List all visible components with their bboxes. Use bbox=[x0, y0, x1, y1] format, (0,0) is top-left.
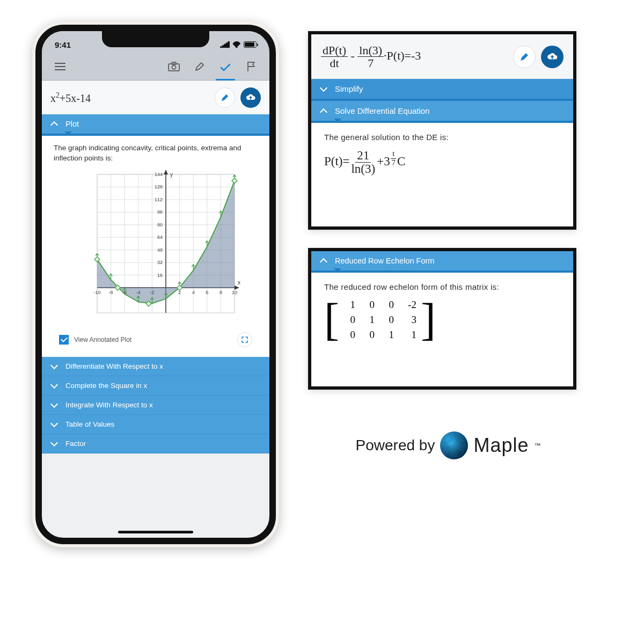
expand-plot-button[interactable] bbox=[237, 332, 252, 347]
svg-text:-10: -10 bbox=[93, 290, 100, 295]
card1-header: dP(t)dt - ln(3)7·P(t)=-3 bbox=[311, 34, 573, 79]
accordion-pointer bbox=[64, 131, 72, 139]
svg-text:4: 4 bbox=[192, 290, 195, 295]
svg-text:16: 16 bbox=[157, 272, 163, 277]
matrix-cell: 0 bbox=[343, 314, 355, 326]
svg-text:80: 80 bbox=[157, 222, 163, 228]
cloud-upload-icon bbox=[546, 52, 558, 62]
flag-icon bbox=[246, 61, 256, 72]
accordion-item[interactable]: Table of Values bbox=[42, 415, 269, 434]
svg-text:-4: -4 bbox=[136, 290, 141, 295]
trademark: ™ bbox=[534, 442, 540, 449]
svg-text:128: 128 bbox=[155, 184, 163, 189]
accordion-item-label: Factor bbox=[65, 440, 86, 448]
svg-text:6: 6 bbox=[206, 290, 208, 295]
plot-container: -10-8-6-4-2246810163248648096112128144xy bbox=[54, 167, 258, 328]
accordion-simplify-label: Simplify bbox=[335, 84, 363, 93]
accordion-item[interactable]: Complete the Square in x bbox=[42, 376, 269, 396]
matrix-cell: 0 bbox=[363, 329, 375, 341]
equation-display: dP(t)dt - ln(3)7·P(t)=-3 bbox=[321, 44, 508, 69]
matrix-row: 0103 bbox=[343, 314, 416, 326]
plot-card: The graph indicating concavity, critical… bbox=[42, 136, 269, 357]
chevron-down-icon bbox=[50, 401, 58, 408]
phone-screen: 9:41 x2+5x-14 bbox=[35, 25, 276, 544]
accordion-item-label: Integrate With Respect to x bbox=[65, 401, 153, 409]
matrix-display: [ 100-201030011 ] bbox=[324, 299, 560, 341]
accordion-pointer bbox=[334, 268, 341, 276]
accordion-pointer bbox=[334, 119, 341, 126]
status-icons bbox=[220, 41, 257, 48]
edit-equation-button[interactable] bbox=[513, 46, 536, 68]
card2-body-text: The reduced row echelon form of this mat… bbox=[324, 282, 560, 291]
accordion-item[interactable]: Differentiate With Respect to x bbox=[42, 357, 269, 376]
card-rref: Reduced Row Echelon Form The reduced row… bbox=[308, 248, 576, 390]
edit-button[interactable] bbox=[190, 57, 209, 76]
check-icon bbox=[220, 63, 231, 72]
pencil-icon bbox=[195, 62, 204, 71]
accordion-list: Differentiate With Respect to xComplete … bbox=[42, 357, 269, 453]
chevron-down-icon bbox=[50, 362, 58, 370]
accordion-item[interactable]: Integrate With Respect to x bbox=[42, 396, 269, 415]
status-time: 9:41 bbox=[55, 40, 71, 49]
annotated-checkbox-label: View Annotated Plot bbox=[74, 336, 131, 343]
matrix-cell: 0 bbox=[382, 314, 394, 326]
card1-body: The general solution to the DE is: P(t)=… bbox=[311, 123, 573, 185]
accordion-rref-label: Reduced Row Echelon Form bbox=[335, 257, 434, 265]
matrix-cell: 0 bbox=[382, 299, 394, 311]
solution-display: P(t)=21ln(3)+3t7C bbox=[324, 149, 560, 175]
svg-text:2: 2 bbox=[178, 290, 181, 295]
matrix-cell: 1 bbox=[343, 299, 355, 311]
matrix-cell: 1 bbox=[401, 329, 416, 341]
bracket-left: [ bbox=[324, 301, 339, 339]
matrix-cell: 1 bbox=[382, 329, 394, 341]
chevron-up-icon bbox=[50, 120, 58, 128]
hamburger-icon bbox=[55, 66, 65, 67]
accordion-plot-header[interactable]: Plot bbox=[42, 114, 269, 136]
matrix-rows: 100-201030011 bbox=[339, 299, 421, 341]
upload-button[interactable] bbox=[240, 87, 261, 108]
bracket-right: ] bbox=[421, 301, 436, 339]
expression-text: x2+5x-14 bbox=[50, 91, 209, 105]
matrix-row: 100-2 bbox=[343, 299, 416, 311]
svg-text:48: 48 bbox=[157, 247, 163, 253]
accordion-solve-de-label: Solve Differential Equation bbox=[335, 106, 430, 115]
plot-controls: View Annotated Plot bbox=[54, 328, 258, 349]
home-indicator bbox=[118, 531, 193, 533]
pencil-icon bbox=[519, 52, 529, 62]
matrix-cell: -2 bbox=[401, 299, 416, 311]
chevron-down-icon bbox=[50, 440, 58, 447]
chevron-up-icon bbox=[320, 257, 327, 265]
brand-name: Maple bbox=[473, 434, 529, 457]
menu-button[interactable] bbox=[50, 57, 70, 76]
edit-expression-button[interactable] bbox=[215, 87, 235, 108]
matrix-cell: 0 bbox=[343, 329, 355, 341]
cloud-upload-icon bbox=[245, 93, 256, 102]
accordion-rref[interactable]: Reduced Row Echelon Form bbox=[311, 251, 573, 273]
expression-bar: x2+5x-14 bbox=[42, 80, 269, 114]
accordion-item[interactable]: Factor bbox=[42, 434, 269, 453]
svg-text:8: 8 bbox=[219, 290, 222, 295]
chevron-down-icon bbox=[50, 382, 58, 389]
svg-text:144: 144 bbox=[155, 172, 163, 177]
accordion-simplify[interactable]: Simplify bbox=[311, 79, 573, 101]
svg-text:32: 32 bbox=[157, 260, 163, 265]
camera-button[interactable] bbox=[164, 57, 184, 76]
plot-chart: -10-8-6-4-2246810163248648096112128144xy bbox=[67, 167, 244, 328]
annotated-checkbox[interactable] bbox=[59, 335, 69, 345]
flag-button[interactable] bbox=[241, 57, 261, 76]
pencil-icon bbox=[221, 93, 229, 102]
powered-by-text: Powered by bbox=[356, 437, 435, 454]
check-tab[interactable] bbox=[216, 57, 235, 80]
card-differential-equation: dP(t)dt - ln(3)7·P(t)=-3 Simplify Solve … bbox=[308, 31, 576, 230]
chevron-down-icon bbox=[50, 420, 58, 428]
phone-frame: 9:41 x2+5x-14 bbox=[32, 21, 279, 547]
upload-equation-button[interactable] bbox=[541, 46, 564, 68]
battery-icon bbox=[244, 41, 257, 48]
card1-body-text: The general solution to the DE is: bbox=[324, 133, 560, 142]
svg-text:-6: -6 bbox=[122, 290, 127, 295]
matrix-cell: 3 bbox=[401, 314, 416, 326]
expand-icon bbox=[241, 336, 248, 343]
accordion-solve-de[interactable]: Solve Differential Equation bbox=[311, 101, 573, 123]
svg-text:112: 112 bbox=[155, 197, 163, 202]
camera-icon bbox=[168, 62, 180, 71]
